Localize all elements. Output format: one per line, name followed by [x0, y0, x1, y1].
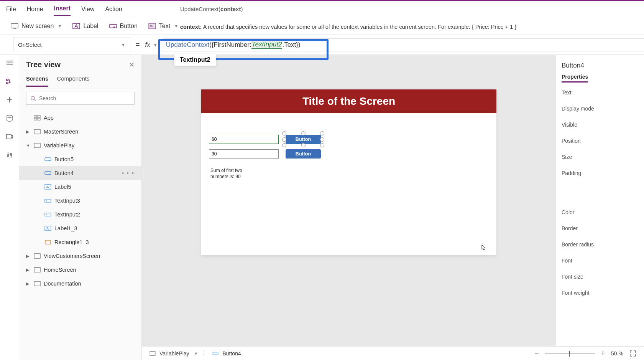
canvas-area[interactable]: Title of the Screen Button Bu: [142, 55, 556, 360]
more-icon[interactable]: • • •: [122, 170, 135, 176]
prop-padding[interactable]: Padding: [562, 170, 644, 176]
prop-color[interactable]: Color: [562, 209, 644, 215]
tree-node-masterscreen[interactable]: ▶ MasterScreen: [19, 125, 141, 139]
svg-point-8: [7, 115, 12, 117]
chevron-right-icon[interactable]: ▶: [26, 129, 31, 134]
chevron-down-icon[interactable]: ▼: [194, 351, 198, 356]
svg-rect-31: [150, 351, 155, 355]
svg-rect-27: [45, 240, 51, 244]
screen-icon: [34, 129, 41, 134]
menu-file[interactable]: File: [6, 3, 16, 16]
chevron-down-icon: ▼: [58, 24, 62, 28]
prop-font-size[interactable]: Font size: [562, 274, 644, 280]
textinput-icon: [44, 212, 51, 217]
close-icon[interactable]: ✕: [129, 61, 135, 69]
prop-font[interactable]: Font: [562, 258, 644, 264]
fit-to-screen-icon[interactable]: [629, 350, 636, 357]
tree-node-app[interactable]: App: [19, 111, 141, 125]
tree-node-label: App: [44, 115, 54, 121]
textinput3-control[interactable]: [209, 149, 279, 159]
chevron-right-icon[interactable]: ▶: [26, 281, 31, 286]
prop-font-weight[interactable]: Font weight: [562, 290, 644, 296]
screen-icon: [34, 281, 41, 286]
tree-node-rectangle1-3[interactable]: Rectangle1_3: [19, 235, 141, 249]
tools-icon[interactable]: [5, 151, 14, 159]
add-icon[interactable]: [5, 96, 14, 104]
hamburger-icon[interactable]: [5, 59, 14, 67]
svg-rect-29: [34, 268, 40, 272]
breadcrumb-screen[interactable]: VariablePlay: [159, 350, 189, 357]
menubar: File Home Insert View Action UpdateConte…: [0, 1, 644, 17]
chevron-down-icon[interactable]: ▼: [26, 143, 31, 148]
tree-view-icon[interactable]: [5, 77, 14, 86]
screen-icon: [34, 143, 41, 148]
screen-icon: [34, 253, 41, 259]
label-button[interactable]: Label: [72, 23, 98, 30]
tree-node-documentation[interactable]: ▶ Documentation: [19, 277, 141, 291]
tree-node-label1-3[interactable]: Label1_3: [19, 221, 141, 235]
tree-node-label: Label1_3: [54, 225, 77, 231]
menu-home[interactable]: Home: [27, 3, 43, 16]
media-icon[interactable]: [5, 132, 14, 141]
svg-rect-21: [45, 172, 51, 175]
button4-control[interactable]: Button: [286, 135, 321, 144]
prop-border[interactable]: Border: [562, 225, 644, 231]
chevron-right-icon[interactable]: ▶: [26, 254, 31, 259]
svg-rect-24: [45, 199, 51, 202]
tab-screens[interactable]: Screens: [26, 73, 48, 87]
tree-node-label: VariablePlay: [44, 142, 74, 149]
svg-rect-17: [34, 129, 40, 134]
menu-insert[interactable]: Insert: [54, 2, 71, 16]
svg-point-10: [7, 155, 9, 157]
formula-bar: OnSelect ▼ = fx ▼ UpdateContext({FirstNu…: [0, 35, 644, 55]
menu-action[interactable]: Action: [105, 3, 122, 16]
tree-node-button5[interactable]: Button5: [19, 152, 141, 166]
svg-rect-25: [45, 213, 51, 216]
prop-display-mode[interactable]: Display mode: [562, 106, 644, 112]
tree-node-variableplay[interactable]: ▼ VariablePlay: [19, 139, 141, 152]
tree-node-textinput3[interactable]: TextInput3: [19, 194, 141, 208]
zoom-out-button[interactable]: −: [535, 349, 539, 357]
fx-icon[interactable]: fx: [145, 41, 150, 49]
button-button[interactable]: Button: [109, 23, 138, 30]
tree-search-input[interactable]: [39, 95, 130, 101]
svg-rect-15: [34, 118, 37, 120]
intellisense-popup[interactable]: TextInput2: [174, 54, 216, 66]
screen-icon: [150, 351, 156, 356]
tree-node-homescreen[interactable]: ▶ HomeScreen: [19, 263, 141, 277]
tab-components[interactable]: Components: [57, 73, 89, 87]
prop-border-radius[interactable]: Border radius: [562, 241, 644, 248]
label-icon: [44, 226, 51, 231]
svg-rect-18: [34, 143, 40, 148]
textinput2-control[interactable]: [209, 135, 279, 144]
svg-rect-14: [38, 116, 40, 117]
prop-visible[interactable]: Visible: [562, 122, 644, 128]
prop-text[interactable]: Text: [562, 89, 644, 96]
property-dropdown[interactable]: OnSelect ▼: [13, 38, 130, 52]
tree-node-label5[interactable]: Label5: [19, 180, 141, 194]
tab-properties[interactable]: Properties: [562, 74, 588, 83]
svg-rect-19: [45, 158, 51, 161]
label-label: Label: [83, 23, 98, 30]
svg-point-22: [49, 174, 50, 175]
tree-search[interactable]: [26, 92, 135, 105]
tree-node-button4[interactable]: Button4 • • •: [19, 166, 141, 180]
chevron-right-icon[interactable]: ▶: [26, 268, 31, 272]
zoom-in-button[interactable]: +: [601, 349, 605, 357]
breadcrumb-control[interactable]: Button4: [222, 350, 241, 357]
canvas[interactable]: Title of the Screen Button Bu: [201, 89, 496, 255]
zoom-slider[interactable]: [545, 353, 595, 354]
button5-control[interactable]: Button: [286, 149, 321, 159]
prop-position[interactable]: Position: [562, 138, 644, 144]
button-icon: [44, 170, 51, 176]
data-icon[interactable]: [5, 114, 14, 122]
text-button[interactable]: Abc Text ▼: [148, 23, 178, 30]
new-screen-button[interactable]: New screen ▼: [11, 23, 62, 30]
menu-view[interactable]: View: [81, 3, 94, 16]
tree-node-textinput2[interactable]: TextInput2: [19, 208, 141, 221]
tree-node-viewcustomers[interactable]: ▶ ViewCustomersScreen: [19, 249, 141, 263]
svg-rect-32: [213, 352, 219, 355]
prop-size[interactable]: Size: [562, 154, 644, 160]
property-name: OnSelect: [18, 41, 42, 48]
left-rail: [0, 55, 19, 360]
